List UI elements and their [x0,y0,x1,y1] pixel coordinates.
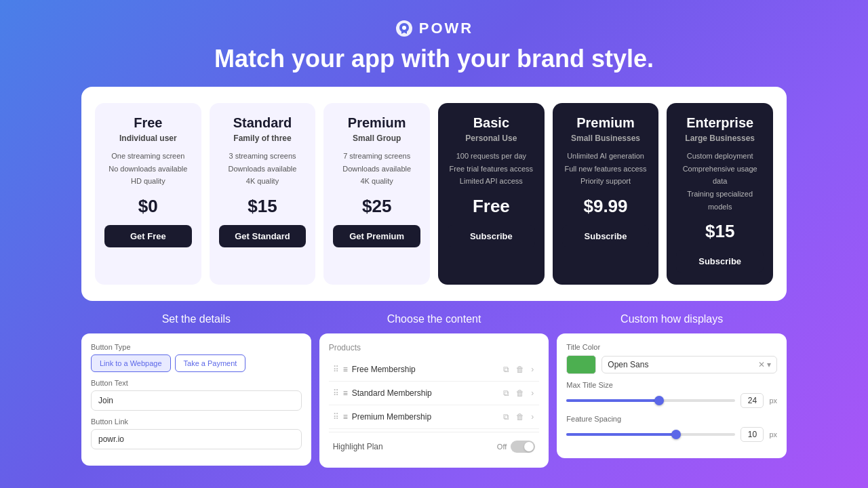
font-select-clear[interactable]: ✕ ▾ [758,360,771,369]
expand-btn-premium[interactable]: › [530,411,535,423]
card-title-basic: Basic [448,115,535,131]
card-subtitle-premium-biz: Small Businesses [562,134,650,143]
products-label: Products [329,343,540,352]
switch-track[interactable] [511,441,535,453]
switch-knob [524,442,534,451]
title-size-slider-track[interactable] [566,399,735,402]
button-link-field: Button Link [91,418,302,449]
expand-btn-standard[interactable]: › [530,387,535,399]
details-card: Button Type Link to a Webpage Take a Pay… [81,333,311,466]
card-features-basic: 100 requests per day Free trial features… [448,150,535,188]
card-subtitle-free: Individual user [104,134,192,143]
card-title-premium-biz: Premium [562,115,650,131]
panel-choose-content: Choose the content Products ⠿ ≡ Free Mem… [319,313,549,468]
card-subtitle-standard: Family of three [219,134,307,143]
card-btn-premium-biz[interactable]: Subscribe [562,225,650,247]
drag-handle-premium[interactable]: ⠿ [333,412,339,422]
product-item-premium: ⠿ ≡ Premium Membership ⧉ 🗑 › [329,405,540,429]
card-features-premium-small: 7 streaming screens Downloads available … [333,150,420,188]
card-price-basic: Free [448,196,535,217]
highlight-off-label: Off [497,443,507,451]
card-btn-premium-small[interactable]: Get Premium [333,225,420,247]
header: POWR Match your app with your brand styl… [0,0,868,87]
button-text-label: Button Text [91,379,302,387]
panel-custom-display: Custom how displays Title Color Open San… [557,313,787,468]
custom-card: Title Color Open Sans ✕ ▾ Max Title Size [557,333,787,458]
pricing-card-enterprise: Enterprise Large Businesses Custom deplo… [667,103,773,285]
card-price-premium-small: $25 [333,196,420,217]
card-subtitle-basic: Personal Use [448,134,535,143]
card-features-standard: 3 streaming screens Downloads available … [219,150,307,188]
title-size-slider-fill [566,399,659,402]
feature-spacing-slider-fill [566,433,676,436]
panel-title-custom: Custom how displays [557,313,787,325]
highlight-plan-toggle[interactable]: Off [497,441,535,453]
panel-set-details: Set the details Button Type Link to a We… [81,313,311,468]
list-icon-standard: ≡ [343,388,348,398]
font-name: Open Sans [608,360,648,369]
header-tagline: Match your app with your brand style. [0,45,868,73]
max-title-size-label: Max Title Size [566,381,777,389]
button-text-input[interactable] [91,390,302,411]
card-price-enterprise: $15 [676,221,764,242]
card-price-standard: $15 [219,196,307,217]
title-size-unit: px [769,396,777,405]
card-title-premium-small: Premium [333,115,420,131]
delete-btn-premium[interactable]: 🗑 [515,411,526,423]
panel-title-content: Choose the content [319,313,549,325]
feature-spacing-label: Feature Spacing [566,415,777,423]
bottom-section: Set the details Button Type Link to a We… [81,313,787,468]
color-font-row: Open Sans ✕ ▾ [566,355,777,374]
color-swatch[interactable] [566,355,596,374]
highlight-plan-label: Highlight Plan [333,442,383,451]
card-btn-free[interactable]: Get Free [104,225,192,247]
product-actions-standard: ⧉ 🗑 › [502,387,535,399]
expand-btn-free[interactable]: › [530,363,535,375]
btn-type-link[interactable]: Link to a Webpage [91,354,171,372]
max-title-size-field: Max Title Size px [566,381,777,408]
button-type-field: Button Type Link to a Webpage Take a Pay… [91,343,302,372]
card-btn-enterprise[interactable]: Subscribe [676,250,764,272]
card-btn-basic[interactable]: Subscribe [448,225,535,247]
feature-spacing-slider-track[interactable] [566,433,735,436]
btn-type-payment[interactable]: Take a Payment [175,354,246,372]
copy-btn-premium[interactable]: ⧉ [502,411,511,423]
button-text-field: Button Text [91,379,302,411]
card-btn-standard[interactable]: Get Standard [219,225,307,247]
feature-spacing-unit: px [769,430,777,439]
drag-handle-standard[interactable]: ⠿ [333,388,339,398]
highlight-plan-row: Highlight Plan Off [329,435,540,458]
divider [329,432,540,432]
title-color-field: Title Color Open Sans ✕ ▾ [566,343,777,374]
button-link-input[interactable] [91,429,302,449]
pricing-card-premium-biz: Premium Small Businesses Unlimited AI ge… [553,103,659,285]
font-select[interactable]: Open Sans ✕ ▾ [601,356,777,373]
copy-btn-free[interactable]: ⧉ [502,363,511,375]
delete-btn-standard[interactable]: 🗑 [515,387,526,399]
card-features-premium-biz: Unlimited AI generation Full new feature… [562,150,650,188]
product-name-free: Free Membership [352,365,498,374]
title-size-slider-thumb[interactable] [654,396,664,405]
max-title-size-row: px [566,393,777,408]
feature-spacing-field: Feature Spacing px [566,415,777,442]
pricing-card-premium-small: Premium Small Group 7 streaming screens … [323,103,430,285]
product-item-standard: ⠿ ≡ Standard Membership ⧉ 🗑 › [329,382,540,405]
feature-spacing-value[interactable] [741,427,764,442]
drag-handle-free[interactable]: ⠿ [333,365,339,374]
pricing-card-standard: Standard Family of three 3 streaming scr… [210,103,316,285]
card-subtitle-premium-small: Small Group [333,134,420,143]
feature-spacing-slider-thumb[interactable] [671,430,681,439]
button-type-label: Button Type [91,343,302,351]
card-features-free: One streaming screen No downloads availa… [104,150,192,188]
logo-text: POWR [419,20,473,37]
card-features-enterprise: Custom deployment Comprehensive usage da… [676,150,764,213]
button-type-toggle: Link to a Webpage Take a Payment [91,354,302,372]
logo: POWR [0,19,868,38]
title-size-value[interactable] [741,393,764,408]
button-link-label: Button Link [91,418,302,426]
copy-btn-standard[interactable]: ⧉ [502,387,511,399]
pricing-card-free: Free Individual user One streaming scree… [95,103,201,285]
product-actions-premium: ⧉ 🗑 › [502,411,535,423]
delete-btn-free[interactable]: 🗑 [515,363,526,375]
product-name-standard: Standard Membership [352,388,498,398]
